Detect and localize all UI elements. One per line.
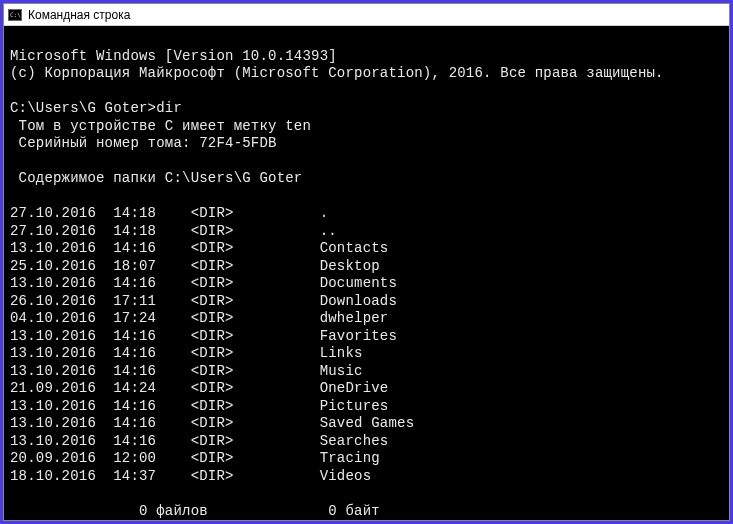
dir-entry: 13.10.2016 14:16 <DIR> Contacts xyxy=(10,240,388,256)
summary-files: 0 файлов 0 байт xyxy=(10,503,380,519)
dir-entry: 26.10.2016 17:11 <DIR> Downloads xyxy=(10,293,397,309)
dir-entry: 20.09.2016 12:00 <DIR> Tracing xyxy=(10,450,380,466)
cmd-icon xyxy=(8,9,22,21)
blank-line xyxy=(10,83,19,99)
dir-entry: 21.09.2016 14:24 <DIR> OneDrive xyxy=(10,380,388,396)
dir-entry: 18.10.2016 14:37 <DIR> Videos xyxy=(10,468,371,484)
dir-entry: 13.10.2016 14:16 <DIR> Links xyxy=(10,345,363,361)
version-line: Microsoft Windows [Version 10.0.14393] xyxy=(10,48,337,64)
dir-entry: 13.10.2016 14:16 <DIR> Saved Games xyxy=(10,415,414,431)
dir-entry: 27.10.2016 14:18 <DIR> . xyxy=(10,205,328,221)
copyright-line: (c) Корпорация Майкрософт (Microsoft Cor… xyxy=(10,65,664,81)
dir-header: Содержимое папки C:\Users\G Goter xyxy=(10,170,302,186)
prompt-line: C:\Users\G Goter>dir xyxy=(10,100,182,116)
blank-line xyxy=(10,188,19,204)
prompt-path: C:\Users\G Goter> xyxy=(10,100,156,116)
titlebar[interactable]: Командная строка xyxy=(4,4,729,26)
dir-entry: 04.10.2016 17:24 <DIR> dwhelper xyxy=(10,310,388,326)
volume-line: Том в устройстве C имеет метку ten xyxy=(10,118,311,134)
dir-entry: 13.10.2016 14:16 <DIR> Documents xyxy=(10,275,397,291)
dir-entries: 27.10.2016 14:18 <DIR> . 27.10.2016 14:1… xyxy=(10,205,414,484)
dir-entry: 13.10.2016 14:16 <DIR> Searches xyxy=(10,433,388,449)
dir-entry: 13.10.2016 14:16 <DIR> Favorites xyxy=(10,328,397,344)
dir-entry: 25.10.2016 18:07 <DIR> Desktop xyxy=(10,258,380,274)
blank-line xyxy=(10,153,19,169)
terminal-area[interactable]: Microsoft Windows [Version 10.0.14393] (… xyxy=(4,26,729,520)
dir-entry: 27.10.2016 14:18 <DIR> .. xyxy=(10,223,337,239)
window-title: Командная строка xyxy=(28,8,130,22)
prompt-command: dir xyxy=(156,100,182,116)
dir-entry: 13.10.2016 14:16 <DIR> Pictures xyxy=(10,398,388,414)
serial-line: Серийный номер тома: 72F4-5FDB xyxy=(10,135,277,151)
cmd-window: Командная строка Microsoft Windows [Vers… xyxy=(3,3,730,521)
dir-entry: 13.10.2016 14:16 <DIR> Music xyxy=(10,363,363,379)
